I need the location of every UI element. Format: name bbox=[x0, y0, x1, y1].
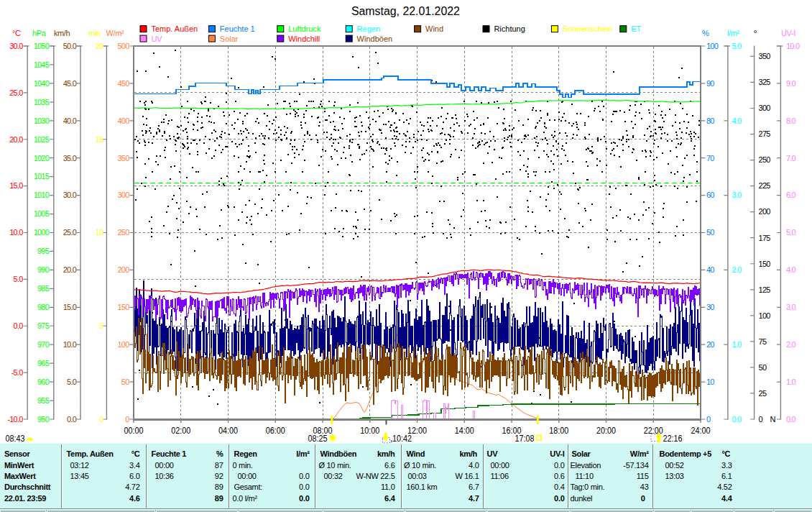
svg-text:Windböen: Windböen bbox=[320, 449, 357, 458]
svg-text:Wind: Wind bbox=[407, 449, 425, 458]
svg-text:1025: 1025 bbox=[34, 135, 50, 144]
svg-text:13:03: 13:03 bbox=[665, 472, 684, 480]
svg-text:70: 70 bbox=[706, 154, 714, 163]
svg-text:Samstag, 22.01.2022: Samstag, 22.01.2022 bbox=[351, 5, 460, 17]
svg-text:115: 115 bbox=[637, 472, 649, 480]
svg-text:W/m²: W/m² bbox=[106, 29, 124, 37]
svg-text:1.0: 1.0 bbox=[732, 340, 742, 349]
svg-text:300: 300 bbox=[118, 191, 130, 199]
svg-text:0: 0 bbox=[706, 415, 711, 424]
svg-text:Feuchte 1: Feuchte 1 bbox=[152, 449, 187, 458]
svg-text:400: 400 bbox=[118, 116, 130, 125]
svg-text:0.0: 0.0 bbox=[299, 483, 310, 491]
svg-text:965: 965 bbox=[37, 359, 50, 367]
svg-text:15.0: 15.0 bbox=[63, 303, 77, 311]
svg-text:8.0: 8.0 bbox=[786, 116, 796, 125]
svg-text:4.0: 4.0 bbox=[786, 265, 796, 274]
svg-text:200: 200 bbox=[759, 207, 771, 216]
svg-text:06:00: 06:00 bbox=[266, 426, 285, 436]
svg-text:20:00: 20:00 bbox=[596, 426, 616, 436]
svg-text:325: 325 bbox=[759, 78, 771, 86]
svg-text:min: min bbox=[88, 29, 101, 37]
svg-text:Luftdruck: Luftdruck bbox=[288, 24, 321, 33]
svg-text:4.0: 4.0 bbox=[732, 116, 742, 125]
svg-text:7.0: 7.0 bbox=[786, 154, 796, 163]
svg-text:km/h: km/h bbox=[377, 449, 395, 458]
svg-text:km/h: km/h bbox=[54, 29, 70, 37]
svg-text:Windchill: Windchill bbox=[288, 35, 320, 43]
svg-text:150: 150 bbox=[118, 303, 130, 311]
svg-text:10.0: 10.0 bbox=[9, 228, 23, 237]
svg-text:N: N bbox=[770, 415, 776, 424]
svg-text:00:00: 00:00 bbox=[491, 461, 509, 470]
svg-text:5.0: 5.0 bbox=[67, 378, 77, 386]
svg-text:-5.0: -5.0 bbox=[11, 368, 23, 377]
svg-text:Ø 10 min.: Ø 10 min. bbox=[404, 461, 436, 470]
svg-text:Temp. Außen: Temp. Außen bbox=[151, 24, 198, 33]
svg-text:3.0: 3.0 bbox=[732, 191, 742, 199]
svg-text:89: 89 bbox=[215, 494, 223, 503]
svg-text:02:00: 02:00 bbox=[171, 426, 190, 436]
svg-text:5.0: 5.0 bbox=[14, 275, 24, 283]
svg-text:125: 125 bbox=[759, 285, 771, 294]
svg-text:0.0: 0.0 bbox=[14, 321, 24, 330]
svg-text:11:06: 11:06 bbox=[491, 472, 509, 480]
svg-text:6.7: 6.7 bbox=[469, 483, 479, 491]
svg-text:%: % bbox=[216, 449, 223, 458]
svg-text:Tag:0 min.: Tag:0 min. bbox=[571, 483, 605, 491]
svg-text:11.0: 11.0 bbox=[381, 483, 395, 491]
svg-text:0.0 l/m²: 0.0 l/m² bbox=[233, 494, 258, 503]
svg-text:500: 500 bbox=[118, 42, 130, 50]
svg-text:100: 100 bbox=[759, 311, 771, 320]
svg-text:°C: °C bbox=[722, 449, 731, 458]
svg-text:3.4: 3.4 bbox=[129, 461, 140, 470]
svg-text:W-NW 22.5: W-NW 22.5 bbox=[356, 472, 395, 480]
svg-text:UV: UV bbox=[151, 35, 162, 43]
svg-text:0.0: 0.0 bbox=[732, 415, 742, 424]
svg-text:°C: °C bbox=[12, 29, 21, 37]
svg-text:175: 175 bbox=[759, 234, 771, 242]
svg-text:15: 15 bbox=[96, 135, 103, 144]
svg-text:00:00: 00:00 bbox=[155, 461, 174, 470]
svg-text:50: 50 bbox=[121, 378, 129, 386]
svg-text:25.0: 25.0 bbox=[9, 88, 23, 97]
svg-text:22:00: 22:00 bbox=[644, 426, 663, 436]
svg-text:Wind: Wind bbox=[425, 24, 443, 33]
svg-text:300: 300 bbox=[759, 104, 771, 112]
svg-text:W/m²: W/m² bbox=[630, 449, 649, 458]
svg-text:40.0: 40.0 bbox=[63, 116, 77, 125]
svg-text:22:16: 22:16 bbox=[663, 434, 683, 444]
svg-text:3.3: 3.3 bbox=[721, 461, 732, 470]
svg-text:UV-I: UV-I bbox=[550, 449, 564, 458]
svg-text:50: 50 bbox=[706, 228, 714, 237]
svg-text:18:00: 18:00 bbox=[549, 426, 568, 436]
svg-text:Solar: Solar bbox=[572, 449, 591, 458]
svg-text:4.52: 4.52 bbox=[717, 483, 732, 491]
svg-text:1045: 1045 bbox=[34, 60, 50, 69]
svg-text:Solar: Solar bbox=[220, 35, 239, 43]
svg-text:50: 50 bbox=[759, 363, 767, 372]
svg-text:Sensor: Sensor bbox=[4, 449, 31, 458]
svg-text:0.6: 0.6 bbox=[554, 472, 565, 480]
svg-text:08:43: 08:43 bbox=[6, 434, 25, 444]
svg-text:43: 43 bbox=[640, 483, 649, 491]
svg-text:150: 150 bbox=[759, 260, 771, 268]
svg-text:km/h: km/h bbox=[460, 449, 478, 458]
svg-text:25: 25 bbox=[759, 389, 767, 398]
svg-text:960: 960 bbox=[37, 378, 50, 386]
svg-text:30.0: 30.0 bbox=[9, 42, 23, 50]
svg-text:Gesamt:: Gesamt: bbox=[234, 483, 263, 491]
svg-text:13:45: 13:45 bbox=[70, 472, 89, 480]
svg-text:UV: UV bbox=[487, 449, 499, 458]
svg-text:4.0: 4.0 bbox=[469, 461, 479, 470]
svg-text:04:00: 04:00 bbox=[218, 426, 238, 436]
svg-text:°C: °C bbox=[132, 449, 140, 458]
svg-text:24:00: 24:00 bbox=[691, 426, 711, 436]
svg-text:80: 80 bbox=[706, 116, 714, 125]
svg-text:5.0: 5.0 bbox=[732, 42, 742, 50]
svg-text:100: 100 bbox=[706, 42, 719, 50]
svg-text:%: % bbox=[702, 29, 709, 37]
svg-text:l/m²: l/m² bbox=[727, 29, 739, 37]
svg-text:15.0: 15.0 bbox=[9, 181, 23, 190]
svg-text:40: 40 bbox=[706, 265, 714, 274]
